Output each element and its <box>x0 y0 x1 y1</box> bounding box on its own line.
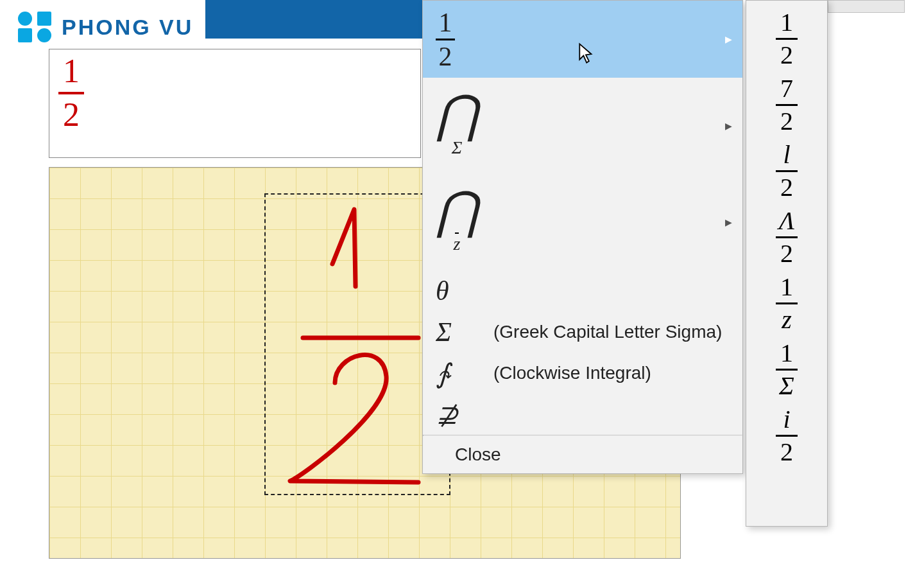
fraction-bar <box>58 92 84 94</box>
menu-item-clockwise-integral[interactable]: ∱ (Clockwise Integral) <box>423 353 742 394</box>
submenu-item-1-z[interactable]: 1 z <box>746 270 827 337</box>
menu-item-intersection-zbar[interactable]: ⋂ z ▶ <box>423 174 742 270</box>
menu-close-label: Close <box>455 444 501 465</box>
sigma-symbol: Σ <box>436 317 493 347</box>
integral-symbol: ∱ <box>436 358 493 389</box>
menu-item-label: (Greek Capital Letter Sigma) <box>493 322 722 342</box>
recognition-menu: 1 2 ▶ ⋂ Σ ▶ ⋂ z ▶ θ Σ (Greek Capit <box>422 0 743 474</box>
submenu-item-1-2[interactable]: 1 2 <box>746 6 827 72</box>
submenu-arrow-icon: ▶ <box>725 34 732 44</box>
submenu-arrow-icon: ▶ <box>725 121 732 131</box>
submenu-item-7-2[interactable]: 7 2 <box>746 72 827 138</box>
bigcap-icon: ⋂ <box>436 190 478 231</box>
watermark-logo: PHONG VU <box>18 12 193 42</box>
submenu-arrow-icon: ▶ <box>725 217 732 227</box>
submenu-item-1-sigma[interactable]: 1 Σ <box>746 337 827 403</box>
menu-close[interactable]: Close <box>423 436 742 473</box>
bigop-subscript: Σ <box>452 137 463 158</box>
menu-frac-numerator: 1 <box>439 9 452 36</box>
window-tab-fragment <box>828 0 905 13</box>
title-bar-segment <box>205 0 424 39</box>
equation-preview: 1 2 <box>49 49 421 158</box>
submenu-item-l-2[interactable]: l 2 <box>746 138 827 204</box>
menu-item-theta[interactable]: θ <box>423 270 742 311</box>
fraction-denominator: 2 <box>63 98 80 132</box>
menu-item-fraction-1-2[interactable]: 1 2 ▶ <box>423 1 742 78</box>
theta-symbol: θ <box>436 276 493 306</box>
menu-item-sigma[interactable]: Σ (Greek Capital Letter Sigma) <box>423 311 742 353</box>
logo-icon <box>18 12 54 42</box>
not-superset-symbol: ⊉ <box>436 399 493 430</box>
menu-item-not-superset[interactable]: ⊉ <box>423 394 742 435</box>
menu-item-intersection-sigma[interactable]: ⋂ Σ ▶ <box>423 78 742 174</box>
menu-frac-denominator: 2 <box>439 43 452 70</box>
submenu-item-i-2[interactable]: i 2 <box>746 403 827 469</box>
preview-fraction: 1 2 <box>58 55 84 132</box>
logo-text: PHONG VU <box>62 15 193 40</box>
menu-item-label: (Clockwise Integral) <box>493 363 651 383</box>
bigcap-icon: ⋂ <box>436 94 478 135</box>
fraction-numerator: 1 <box>63 55 80 88</box>
submenu-item-lambda-2[interactable]: Λ 2 <box>746 204 827 270</box>
recognition-submenu: 1 2 7 2 l 2 Λ 2 1 z 1 Σ i 2 <box>746 0 828 527</box>
bigop-subscript-zbar: z <box>454 234 461 254</box>
